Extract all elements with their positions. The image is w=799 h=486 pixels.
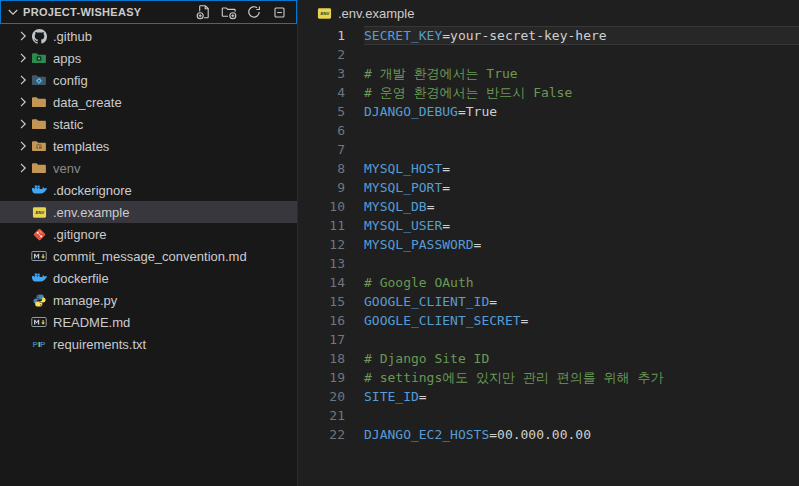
chevron-right-icon: [15, 138, 31, 154]
line-number: 20: [298, 387, 364, 406]
file-label: templates: [53, 139, 109, 154]
chevron-spacer: [15, 270, 31, 286]
file-row[interactable]: .dockerignore: [0, 179, 297, 201]
chevron-spacer: [15, 204, 31, 220]
code-line[interactable]: 12MYSQL_PASSWORD=: [298, 235, 799, 254]
code-line[interactable]: 17: [298, 330, 799, 349]
code-line[interactable]: 10MYSQL_DB=: [298, 197, 799, 216]
code-line[interactable]: 19# settings에도 있지만 관리 편의를 위해 추가: [298, 368, 799, 387]
token-value: =00.000.00.00: [489, 427, 591, 442]
code-line[interactable]: 9MYSQL_PORT=: [298, 178, 799, 197]
docker-icon: [31, 182, 47, 198]
file-label: config: [53, 73, 88, 88]
token-value: =: [442, 218, 450, 233]
chevron-right-icon: [15, 28, 31, 44]
code-area[interactable]: 1SECRET_KEY=your-secret-key-here23# 개발 환…: [298, 26, 799, 486]
code-line[interactable]: 13: [298, 254, 799, 273]
file-row[interactable]: static: [0, 113, 297, 135]
file-row[interactable]: manage.py: [0, 289, 297, 311]
file-label: manage.py: [53, 293, 117, 308]
file-row[interactable]: PIPrequirements.txt: [0, 333, 297, 355]
code-line[interactable]: 3# 개발 환경에서는 True: [298, 64, 799, 83]
line-content: [364, 121, 799, 140]
code-line[interactable]: 5DJANGO_DEBUG=True: [298, 102, 799, 121]
new-file-button[interactable]: [195, 4, 212, 21]
token-key: SECRET_KEY: [364, 28, 442, 43]
code-line[interactable]: 8MYSQL_HOST=: [298, 159, 799, 178]
line-content: SITE_ID=: [364, 387, 799, 406]
code-line[interactable]: 21: [298, 406, 799, 425]
project-title: PROJECT-WISHEASY: [23, 6, 141, 18]
file-label: .dockerignore: [53, 183, 132, 198]
file-row[interactable]: venv: [0, 157, 297, 179]
docker-icon: [31, 270, 47, 286]
file-row[interactable]: config: [0, 69, 297, 91]
token-value: =: [442, 161, 450, 176]
token-key: MYSQL_USER: [364, 218, 442, 233]
file-row[interactable]: apps: [0, 47, 297, 69]
token-comment: # settings에도 있지만 관리 편의를 위해 추가: [364, 370, 663, 385]
line-number: 8: [298, 159, 364, 178]
file-label: data_create: [53, 95, 122, 110]
line-number: 3: [298, 64, 364, 83]
token-value: =your-secret-key-here: [442, 28, 606, 43]
new-folder-icon: [221, 4, 237, 20]
line-number: 14: [298, 273, 364, 292]
tab-label: .env.example: [338, 6, 414, 21]
env-icon: .ENV: [316, 5, 332, 21]
folder-icon: [31, 116, 47, 132]
tab-env-example[interactable]: .ENV .env.example: [298, 0, 414, 26]
code-line[interactable]: 2: [298, 45, 799, 64]
pip-icon: PIP: [31, 336, 47, 352]
line-content: [364, 45, 799, 64]
code-line[interactable]: 15GOOGLE_CLIENT_ID=: [298, 292, 799, 311]
code-line[interactable]: 22DJANGO_EC2_HOSTS=00.000.00.00: [298, 425, 799, 444]
line-number: 16: [298, 311, 364, 330]
collapse-folders-button[interactable]: [270, 4, 287, 21]
code-line[interactable]: 11MYSQL_USER=: [298, 216, 799, 235]
new-file-icon: [196, 4, 212, 20]
file-row[interactable]: README.md: [0, 311, 297, 333]
chevron-right-icon: [15, 94, 31, 110]
file-row[interactable]: data_create: [0, 91, 297, 113]
token-value: =: [419, 389, 427, 404]
code-line[interactable]: 1SECRET_KEY=your-secret-key-here: [298, 26, 799, 45]
file-row[interactable]: .github: [0, 25, 297, 47]
file-row[interactable]: commit_message_convention.md: [0, 245, 297, 267]
token-key: DJANGO_DEBUG: [364, 104, 458, 119]
line-number: 13: [298, 254, 364, 273]
file-row[interactable]: .ENV.env.example: [0, 201, 297, 223]
explorer-section-header[interactable]: PROJECT-WISHEASY: [0, 0, 297, 24]
env-icon: .ENV: [31, 204, 47, 220]
file-label: static: [53, 117, 83, 132]
line-content: # Django Site ID: [364, 349, 799, 368]
token-key: MYSQL_HOST: [364, 161, 442, 176]
code-line[interactable]: 4# 운영 환경에서는 반드시 False: [298, 83, 799, 102]
chevron-spacer: [15, 292, 31, 308]
file-label: dockerfile: [53, 271, 109, 286]
token-comment: # Django Site ID: [364, 351, 489, 366]
code-line[interactable]: 14# Google OAuth: [298, 273, 799, 292]
apps-folder-icon: [31, 50, 47, 66]
folder-icon: [31, 160, 47, 176]
token-key: MYSQL_PORT: [364, 180, 442, 195]
token-value: =: [489, 294, 497, 309]
refresh-icon: [246, 4, 262, 20]
token-comment: # Google OAuth: [364, 275, 474, 290]
code-line[interactable]: 7: [298, 140, 799, 159]
file-row[interactable]: .gitignore: [0, 223, 297, 245]
code-line[interactable]: 6: [298, 121, 799, 140]
new-folder-button[interactable]: [220, 4, 237, 21]
github-folder-icon: [31, 28, 47, 44]
file-row[interactable]: templates: [0, 135, 297, 157]
code-line[interactable]: 18# Django Site ID: [298, 349, 799, 368]
refresh-button[interactable]: [245, 4, 262, 21]
line-number: 5: [298, 102, 364, 121]
file-row[interactable]: dockerfile: [0, 267, 297, 289]
code-line[interactable]: 20SITE_ID=: [298, 387, 799, 406]
markdown-icon: [31, 248, 47, 264]
line-number: 7: [298, 140, 364, 159]
code-line[interactable]: 16GOOGLE_CLIENT_SECRET=: [298, 311, 799, 330]
file-label: apps: [53, 51, 81, 66]
token-value: =: [427, 199, 435, 214]
